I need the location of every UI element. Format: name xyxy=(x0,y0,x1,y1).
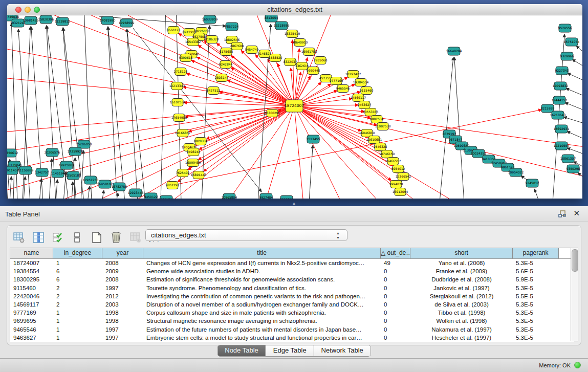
graph-node[interactable]: 3911459 xyxy=(7,166,19,174)
graph-node[interactable]: 9390616 xyxy=(179,54,193,62)
graph-node[interactable]: 19166857 xyxy=(175,129,191,137)
column-header-name[interactable]: name xyxy=(10,248,53,258)
graph-node[interactable]: 1513455 xyxy=(307,135,320,143)
column-header-out_degree[interactable]: △ out_de… xyxy=(381,248,410,258)
graph-node[interactable]: 17654985 xyxy=(171,114,187,122)
new-table-icon[interactable] xyxy=(90,231,103,244)
graph-node[interactable]: 7955060 xyxy=(314,57,328,64)
graph-node[interactable]: 9498242 xyxy=(187,148,201,156)
graph-node[interactable]: 18300295 xyxy=(265,110,280,117)
graph-node[interactable]: 10553785 xyxy=(363,108,379,116)
table-row[interactable]: 911546021997Tourette syndrome. Phenomeno… xyxy=(10,284,574,292)
graph-node[interactable]: 2718126 xyxy=(174,68,188,76)
table-row[interactable]: 1830029562008Estimation of significance … xyxy=(10,275,574,283)
graph-node[interactable]: 16891443 xyxy=(191,171,207,179)
graph-node[interactable]: 7625402 xyxy=(176,169,190,177)
table-row[interactable]: 977716911998Corpus callosum shape and si… xyxy=(10,309,574,317)
graph-node[interactable]: 9227343 xyxy=(555,67,569,75)
graph-node[interactable]: 7857224 xyxy=(225,23,239,31)
graph-node[interactable]: 15820306 xyxy=(38,15,54,24)
graph-node[interactable]: 10981435 xyxy=(23,16,39,25)
graph-node[interactable]: 9463627 xyxy=(358,101,372,109)
graph-node[interactable]: 8427512 xyxy=(207,87,221,95)
graph-node[interactable]: 17081980 xyxy=(100,16,116,25)
graph-node[interactable]: 15692931 xyxy=(554,125,570,133)
graph-node[interactable]: 9857791 xyxy=(166,182,180,189)
graph-node[interactable]: 1588520 xyxy=(269,54,282,62)
column-header-pagerank[interactable]: pagerank xyxy=(513,248,559,258)
table-row[interactable]: 2242004622012Investigating the contribut… xyxy=(10,292,574,300)
graph-node[interactable]: 8660123 xyxy=(167,27,181,34)
graph-node[interactable]: 9887534 xyxy=(370,116,384,123)
graph-node[interactable]: 11007538 xyxy=(375,123,391,130)
graph-node[interactable]: 9350298 xyxy=(567,165,580,173)
graph-node[interactable]: 8186328 xyxy=(205,36,219,43)
graph-node[interactable]: 20206576 xyxy=(45,148,60,157)
graph-node[interactable]: 2867608 xyxy=(230,42,244,50)
graph-node[interactable]: 9465546 xyxy=(336,85,350,93)
graph-node[interactable]: 16961758 xyxy=(301,48,317,56)
graph-node[interactable]: 9579556 xyxy=(558,24,572,32)
graph-node[interactable]: 1145194 xyxy=(51,169,65,178)
network-view-window[interactable]: citations_edges.txt 86601238912955182260… xyxy=(7,4,582,199)
graph-node[interactable]: 12444157 xyxy=(552,96,568,104)
graph-node[interactable]: 12610651 xyxy=(366,136,382,144)
graph-node[interactable]: 10965804 xyxy=(222,193,237,199)
graph-node[interactable]: 18640910 xyxy=(292,39,308,47)
graph-node[interactable]: 9990448 xyxy=(307,67,320,75)
graph-node[interactable]: 11239812 xyxy=(55,17,71,26)
delete-icon[interactable] xyxy=(110,231,123,244)
close-panel-icon[interactable]: ✕ xyxy=(573,209,580,218)
table-row[interactable]: 946554611997Estimation of the future num… xyxy=(10,325,574,334)
graph-node[interactable]: 21350612 xyxy=(7,149,18,157)
graph-node[interactable]: 9546328 xyxy=(374,143,387,151)
graph-node[interactable]: 10861307 xyxy=(560,155,576,163)
graph-node[interactable]: 16033809 xyxy=(202,15,218,24)
graph-node[interactable]: 16648784 xyxy=(446,47,462,55)
graph-node[interactable]: 12213343 xyxy=(169,82,185,90)
graph-node[interactable]: 11156889 xyxy=(18,166,34,174)
network-graph-canvas[interactable]: 8660123891295518226058982750816543382818… xyxy=(7,15,582,199)
splitter-grip-icon[interactable]: ▲ xyxy=(292,202,296,206)
graph-node[interactable]: 16958107 xyxy=(97,180,113,188)
graph-node[interactable]: 10197427 xyxy=(345,71,361,78)
network-table-select[interactable]: citations_edges.txt ▲▼ xyxy=(145,229,347,241)
graph-node[interactable]: 2803144 xyxy=(215,74,229,82)
graph-node[interactable]: 12093832 xyxy=(553,82,569,90)
tab-edge-table[interactable]: Edge Table xyxy=(266,345,314,356)
graph-nodes[interactable]: 8660123891295518226058982750816543382818… xyxy=(7,15,580,199)
row-check-icon[interactable] xyxy=(51,231,64,244)
column-header-short[interactable]: short xyxy=(410,248,513,258)
table-row[interactable]: 1938455462009Genome-wide association stu… xyxy=(10,267,574,275)
graph-node[interactable]: 8813054 xyxy=(265,15,278,22)
tab-node-table[interactable]: Node Table xyxy=(217,345,266,356)
table-row[interactable]: 969969511998Structural magnetic resonanc… xyxy=(10,317,574,325)
graph-node[interactable]: 16912094 xyxy=(393,188,408,196)
select-column-icon[interactable] xyxy=(32,231,45,244)
graph-node[interactable]: 8454749 xyxy=(245,46,259,54)
graph-node[interactable]: 9450122 xyxy=(144,193,158,199)
graph-node[interactable]: 3175685 xyxy=(220,48,233,56)
table-row[interactable]: 1456911722003Disruption of a novel membe… xyxy=(10,300,574,309)
graph-node[interactable]: 14569117 xyxy=(351,94,366,102)
graph-node[interactable]: 16210643 xyxy=(550,111,566,119)
graph-node[interactable]: 16782759 xyxy=(112,183,127,191)
graph-node[interactable]: 12210554 xyxy=(554,142,570,150)
graph-node[interactable]: 9242844 xyxy=(219,61,233,69)
graph-node[interactable]: 17359928 xyxy=(68,147,83,156)
column-header-title[interactable]: title xyxy=(143,248,381,258)
graph-node[interactable]: 9777169 xyxy=(330,77,343,85)
graph-node[interactable]: 12366542 xyxy=(396,173,411,181)
graph-node[interactable]: 15751074 xyxy=(564,38,580,46)
table-scrollbar[interactable] xyxy=(571,248,578,341)
graph-node[interactable]: 9994078 xyxy=(389,181,403,188)
table-scrollbar-thumb[interactable] xyxy=(572,249,578,272)
graph-node[interactable]: 9115460 xyxy=(360,87,374,95)
graph-node[interactable]: 16107534 xyxy=(170,99,186,106)
graph-node[interactable]: 12958599 xyxy=(119,19,135,27)
graph-node[interactable]: 8990812 xyxy=(280,195,294,199)
graph-node[interactable]: 12871304 xyxy=(159,195,175,199)
graph-node[interactable]: 19975887 xyxy=(59,161,75,169)
graph-node[interactable]: 16099489 xyxy=(185,159,201,167)
table-row[interactable]: 946362711997Embryonic stem cells: a mode… xyxy=(10,334,574,342)
